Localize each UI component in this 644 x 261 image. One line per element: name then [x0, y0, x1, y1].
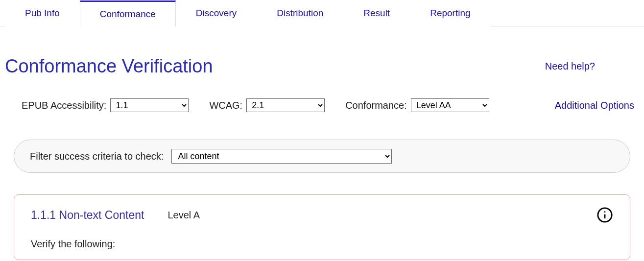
epub-accessibility-label: EPUB Accessibility:: [22, 100, 106, 111]
info-icon[interactable]: [596, 207, 613, 223]
tab-conformance[interactable]: Conformance: [80, 0, 176, 26]
criterion-level: Level A: [167, 210, 200, 221]
selectors-row: EPUB Accessibility: 1.1 WCAG: 2.1 Confor…: [5, 98, 639, 112]
tab-result[interactable]: Result: [343, 0, 410, 26]
help-link[interactable]: Need help?: [545, 61, 595, 72]
additional-options-link[interactable]: Additional Options: [555, 100, 634, 111]
criterion-card: 1.1.1 Non-text Content Level A Verify th…: [14, 194, 630, 260]
tab-reporting[interactable]: Reporting: [410, 0, 490, 26]
conformance-select[interactable]: Level AA: [411, 98, 489, 112]
header-row: Conformance Verification Need help?: [5, 56, 639, 77]
epub-accessibility-select[interactable]: 1.1: [110, 98, 189, 112]
filter-select[interactable]: All content: [171, 149, 392, 164]
wcag-label: WCAG:: [209, 100, 242, 111]
tab-distribution[interactable]: Distribution: [257, 0, 343, 26]
tab-pub-info[interactable]: Pub Info: [5, 0, 80, 26]
tab-discovery[interactable]: Discovery: [176, 0, 257, 26]
tab-bar: Pub Info Conformance Discovery Distribut…: [0, 0, 644, 26]
main-content: Conformance Verification Need help? EPUB…: [0, 26, 644, 260]
page-title: Conformance Verification: [5, 56, 213, 77]
filter-label: Filter success criteria to check:: [30, 151, 164, 162]
filter-box: Filter success criteria to check: All co…: [14, 140, 630, 173]
wcag-select[interactable]: 2.1: [246, 98, 325, 112]
conformance-label: Conformance:: [345, 100, 407, 111]
wcag-group: WCAG: 2.1: [209, 98, 325, 112]
criterion-header: 1.1.1 Non-text Content Level A: [31, 209, 613, 222]
criterion-body-intro: Verify the following:: [31, 238, 613, 250]
conformance-group: Conformance: Level AA: [345, 98, 489, 112]
epub-accessibility-group: EPUB Accessibility: 1.1: [22, 98, 189, 112]
svg-point-1: [604, 211, 606, 213]
criterion-title: 1.1.1 Non-text Content: [31, 209, 144, 222]
